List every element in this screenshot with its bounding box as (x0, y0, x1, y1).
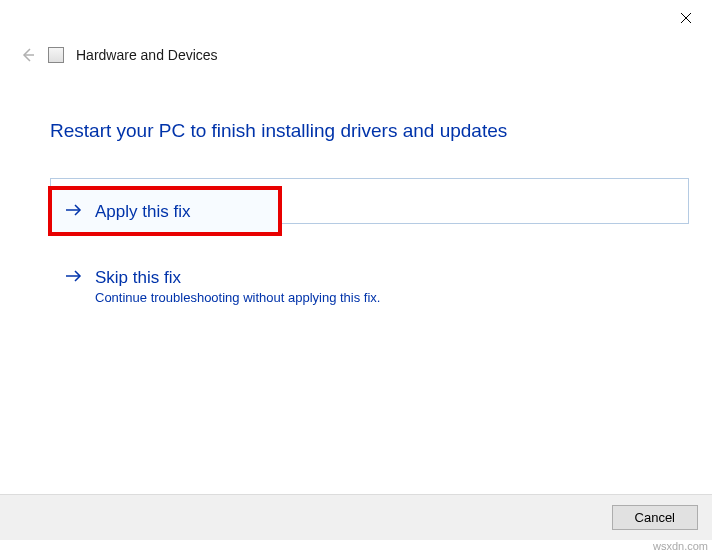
apply-fix-title: Apply this fix (95, 201, 190, 223)
skip-fix-option[interactable]: Skip this fix Continue troubleshooting w… (50, 254, 662, 316)
watermark: wsxdn.com (653, 540, 708, 552)
arrow-right-icon (65, 203, 83, 221)
header-bar: Hardware and Devices (0, 36, 712, 72)
titlebar (0, 0, 712, 36)
footer-bar: Cancel (0, 494, 712, 540)
arrow-right-icon (65, 269, 83, 287)
skip-fix-text: Skip this fix Continue troubleshooting w… (95, 267, 380, 305)
troubleshooter-icon (48, 47, 64, 63)
page-heading: Restart your PC to finish installing dri… (50, 120, 662, 142)
close-button[interactable] (674, 6, 698, 30)
header-title: Hardware and Devices (76, 47, 218, 63)
skip-fix-subtitle: Continue troubleshooting without applyin… (95, 290, 380, 305)
apply-fix-text: Apply this fix (95, 201, 190, 223)
skip-fix-title: Skip this fix (95, 267, 380, 289)
back-arrow-icon (18, 46, 36, 64)
content-area: Restart your PC to finish installing dri… (0, 72, 712, 316)
back-button (18, 46, 36, 64)
apply-fix-option[interactable]: Apply this fix (50, 188, 280, 234)
cancel-button[interactable]: Cancel (612, 505, 698, 530)
close-icon (680, 12, 692, 24)
